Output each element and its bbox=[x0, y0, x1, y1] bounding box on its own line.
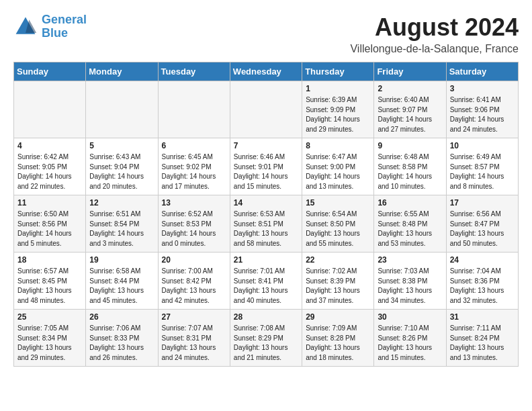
day-info: Sunrise: 6:42 AM Sunset: 9:05 PM Dayligh… bbox=[17, 152, 82, 191]
column-header-friday: Friday bbox=[374, 62, 446, 81]
day-info: Sunrise: 7:06 AM Sunset: 8:33 PM Dayligh… bbox=[89, 324, 154, 363]
logo-line1: General bbox=[42, 13, 87, 26]
calendar-cell: 30Sunrise: 7:10 AM Sunset: 8:26 PM Dayli… bbox=[374, 310, 446, 367]
day-number: 7 bbox=[234, 141, 298, 150]
day-info: Sunrise: 6:47 AM Sunset: 9:00 PM Dayligh… bbox=[306, 152, 370, 191]
calendar-header-row: SundayMondayTuesdayWednesdayThursdayFrid… bbox=[14, 62, 519, 81]
calendar-cell: 23Sunrise: 7:03 AM Sunset: 8:38 PM Dayli… bbox=[374, 253, 446, 310]
day-number: 29 bbox=[306, 312, 370, 322]
calendar-cell: 25Sunrise: 7:05 AM Sunset: 8:34 PM Dayli… bbox=[14, 310, 86, 367]
column-header-wednesday: Wednesday bbox=[230, 62, 302, 81]
day-info: Sunrise: 6:50 AM Sunset: 8:56 PM Dayligh… bbox=[17, 210, 82, 248]
day-info: Sunrise: 6:56 AM Sunset: 8:47 PM Dayligh… bbox=[450, 210, 515, 248]
day-info: Sunrise: 6:39 AM Sunset: 9:09 PM Dayligh… bbox=[306, 95, 370, 134]
day-number: 25 bbox=[17, 312, 82, 322]
calendar-cell: 3Sunrise: 6:41 AM Sunset: 9:06 PM Daylig… bbox=[446, 81, 518, 138]
title-block: August 2024 Villelongue-de-la-Salanque, … bbox=[350, 13, 519, 55]
calendar-cell: 26Sunrise: 7:06 AM Sunset: 8:33 PM Dayli… bbox=[86, 310, 158, 367]
day-info: Sunrise: 7:02 AM Sunset: 8:39 PM Dayligh… bbox=[306, 267, 370, 306]
day-number: 14 bbox=[234, 198, 298, 208]
day-number: 11 bbox=[17, 198, 82, 208]
day-info: Sunrise: 6:49 AM Sunset: 8:57 PM Dayligh… bbox=[450, 152, 515, 191]
day-number: 23 bbox=[378, 255, 442, 265]
calendar-week-row: 1Sunrise: 6:39 AM Sunset: 9:09 PM Daylig… bbox=[14, 81, 519, 138]
calendar-cell bbox=[158, 81, 230, 138]
calendar-cell: 29Sunrise: 7:09 AM Sunset: 8:28 PM Dayli… bbox=[302, 310, 374, 367]
day-number: 16 bbox=[378, 198, 442, 208]
day-info: Sunrise: 7:00 AM Sunset: 8:42 PM Dayligh… bbox=[162, 267, 226, 306]
day-number: 13 bbox=[162, 198, 226, 208]
calendar-week-row: 4Sunrise: 6:42 AM Sunset: 9:05 PM Daylig… bbox=[14, 138, 519, 195]
calendar-cell: 31Sunrise: 7:11 AM Sunset: 8:24 PM Dayli… bbox=[446, 310, 518, 367]
day-number: 27 bbox=[162, 312, 226, 322]
day-info: Sunrise: 7:08 AM Sunset: 8:29 PM Dayligh… bbox=[234, 324, 298, 363]
column-header-thursday: Thursday bbox=[302, 62, 374, 81]
calendar-cell: 18Sunrise: 6:57 AM Sunset: 8:45 PM Dayli… bbox=[14, 253, 86, 310]
day-number: 6 bbox=[162, 141, 226, 150]
calendar-cell: 20Sunrise: 7:00 AM Sunset: 8:42 PM Dayli… bbox=[158, 253, 230, 310]
day-number: 19 bbox=[89, 255, 154, 265]
calendar-cell: 28Sunrise: 7:08 AM Sunset: 8:29 PM Dayli… bbox=[230, 310, 302, 367]
day-number: 17 bbox=[450, 198, 515, 208]
calendar-cell: 5Sunrise: 6:43 AM Sunset: 9:04 PM Daylig… bbox=[86, 138, 158, 195]
calendar-cell: 7Sunrise: 6:46 AM Sunset: 9:01 PM Daylig… bbox=[230, 138, 302, 195]
column-header-tuesday: Tuesday bbox=[158, 62, 230, 81]
day-info: Sunrise: 7:07 AM Sunset: 8:31 PM Dayligh… bbox=[162, 324, 226, 363]
day-number: 18 bbox=[17, 255, 82, 265]
calendar-cell bbox=[86, 81, 158, 138]
logo-text: General Blue bbox=[42, 13, 87, 40]
day-number: 15 bbox=[306, 198, 370, 208]
day-info: Sunrise: 6:40 AM Sunset: 9:07 PM Dayligh… bbox=[378, 95, 442, 134]
calendar-cell: 1Sunrise: 6:39 AM Sunset: 9:09 PM Daylig… bbox=[302, 81, 374, 138]
day-number: 24 bbox=[450, 255, 515, 265]
day-info: Sunrise: 6:41 AM Sunset: 9:06 PM Dayligh… bbox=[450, 95, 515, 134]
day-number: 22 bbox=[306, 255, 370, 265]
day-info: Sunrise: 7:01 AM Sunset: 8:41 PM Dayligh… bbox=[234, 267, 298, 306]
day-number: 26 bbox=[89, 312, 154, 322]
calendar-week-row: 25Sunrise: 7:05 AM Sunset: 8:34 PM Dayli… bbox=[14, 310, 519, 367]
day-number: 12 bbox=[89, 198, 154, 208]
calendar-cell: 14Sunrise: 6:53 AM Sunset: 8:51 PM Dayli… bbox=[230, 195, 302, 253]
calendar-cell: 15Sunrise: 6:54 AM Sunset: 8:50 PM Dayli… bbox=[302, 195, 374, 253]
calendar-cell: 12Sunrise: 6:51 AM Sunset: 8:54 PM Dayli… bbox=[86, 195, 158, 253]
column-header-sunday: Sunday bbox=[14, 62, 86, 81]
day-number: 20 bbox=[162, 255, 226, 265]
day-info: Sunrise: 6:46 AM Sunset: 9:01 PM Dayligh… bbox=[234, 152, 298, 191]
calendar-cell: 8Sunrise: 6:47 AM Sunset: 9:00 PM Daylig… bbox=[302, 138, 374, 195]
day-info: Sunrise: 6:48 AM Sunset: 8:58 PM Dayligh… bbox=[378, 152, 442, 191]
location: Villelongue-de-la-Salanque, France bbox=[350, 43, 519, 55]
day-number: 2 bbox=[378, 84, 442, 93]
day-number: 8 bbox=[306, 141, 370, 150]
calendar-cell: 17Sunrise: 6:56 AM Sunset: 8:47 PM Dayli… bbox=[446, 195, 518, 253]
day-info: Sunrise: 7:11 AM Sunset: 8:24 PM Dayligh… bbox=[450, 324, 515, 363]
calendar-cell bbox=[14, 81, 86, 138]
day-number: 9 bbox=[378, 141, 442, 150]
page-header: General Blue August 2024 Villelongue-de-… bbox=[13, 13, 519, 55]
column-header-monday: Monday bbox=[86, 62, 158, 81]
day-number: 5 bbox=[89, 141, 154, 150]
day-info: Sunrise: 7:03 AM Sunset: 8:38 PM Dayligh… bbox=[378, 267, 442, 306]
calendar-cell: 27Sunrise: 7:07 AM Sunset: 8:31 PM Dayli… bbox=[158, 310, 230, 367]
calendar-cell: 19Sunrise: 6:58 AM Sunset: 8:44 PM Dayli… bbox=[86, 253, 158, 310]
day-info: Sunrise: 7:09 AM Sunset: 8:28 PM Dayligh… bbox=[306, 324, 370, 363]
day-number: 31 bbox=[450, 312, 515, 322]
calendar-cell: 11Sunrise: 6:50 AM Sunset: 8:56 PM Dayli… bbox=[14, 195, 86, 253]
calendar-cell: 21Sunrise: 7:01 AM Sunset: 8:41 PM Dayli… bbox=[230, 253, 302, 310]
calendar-week-row: 11Sunrise: 6:50 AM Sunset: 8:56 PM Dayli… bbox=[14, 195, 519, 253]
day-info: Sunrise: 6:43 AM Sunset: 9:04 PM Dayligh… bbox=[89, 152, 154, 191]
column-header-saturday: Saturday bbox=[446, 62, 518, 81]
day-info: Sunrise: 7:05 AM Sunset: 8:34 PM Dayligh… bbox=[17, 324, 82, 363]
calendar-cell: 16Sunrise: 6:55 AM Sunset: 8:48 PM Dayli… bbox=[374, 195, 446, 253]
calendar-cell: 10Sunrise: 6:49 AM Sunset: 8:57 PM Dayli… bbox=[446, 138, 518, 195]
day-info: Sunrise: 6:57 AM Sunset: 8:45 PM Dayligh… bbox=[17, 267, 82, 306]
calendar-cell: 2Sunrise: 6:40 AM Sunset: 9:07 PM Daylig… bbox=[374, 81, 446, 138]
logo-line2: Blue bbox=[42, 26, 68, 40]
calendar-week-row: 18Sunrise: 6:57 AM Sunset: 8:45 PM Dayli… bbox=[14, 253, 519, 310]
day-info: Sunrise: 6:45 AM Sunset: 9:02 PM Dayligh… bbox=[162, 152, 226, 191]
day-info: Sunrise: 6:51 AM Sunset: 8:54 PM Dayligh… bbox=[89, 210, 154, 248]
day-number: 10 bbox=[450, 141, 515, 150]
calendar-cell: 24Sunrise: 7:04 AM Sunset: 8:36 PM Dayli… bbox=[446, 253, 518, 310]
day-number: 21 bbox=[234, 255, 298, 265]
calendar-cell bbox=[230, 81, 302, 138]
day-number: 1 bbox=[306, 84, 370, 93]
